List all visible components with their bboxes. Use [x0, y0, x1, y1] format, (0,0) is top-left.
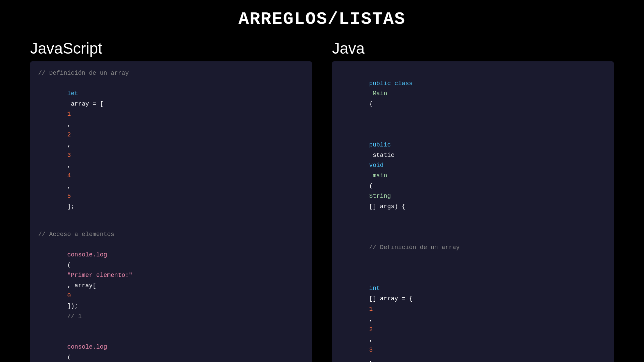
javascript-code-block: // Definición de un array let array = [ … — [30, 61, 312, 362]
main-grid: JavaScript // Definición de un array let… — [0, 35, 644, 362]
javascript-section: JavaScript // Definición de un array let… — [20, 35, 322, 362]
java-title: Java — [332, 39, 614, 57]
java-code-block: public class Main { public static void m… — [332, 61, 614, 362]
javascript-title: JavaScript — [30, 39, 312, 57]
page-title: ARREGLOS/LISTAS — [0, 0, 644, 35]
java-section: Java public class Main { public static v… — [322, 35, 624, 362]
